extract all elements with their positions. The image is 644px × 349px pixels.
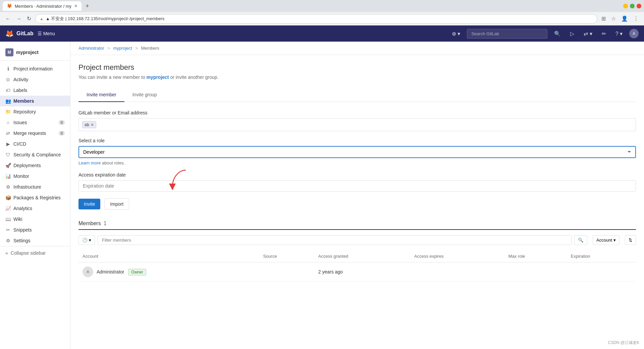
sidebar-item-packages[interactable]: 📦 Packages & Registries: [0, 192, 70, 203]
member-row: A Administrator Owner: [83, 266, 255, 277]
subtitle-prefix: You can invite a new member to: [78, 74, 147, 80]
tab-invite-group[interactable]: Invite group: [124, 88, 165, 102]
merge-requests-nav-icon[interactable]: ⇄ ▾: [581, 29, 595, 38]
search-input[interactable]: [467, 29, 547, 39]
member-email-label: GitLab member or Email address: [78, 110, 636, 115]
sort-order-icon: ⇅: [629, 238, 632, 243]
sidebar-item-analytics[interactable]: 📈 Analytics: [0, 203, 70, 214]
sidebar-label-packages: Packages & Registries: [13, 195, 61, 200]
sidebar-item-settings[interactable]: ⚙ Settings: [0, 235, 70, 246]
close-btn[interactable]: [637, 4, 641, 8]
col-expiration: Expiration: [567, 250, 636, 262]
merge-requests-badge: 0: [59, 131, 65, 136]
sidebar-label-monitor: Monitor: [13, 173, 29, 179]
bookmark-icon[interactable]: ☆: [610, 15, 617, 22]
sidebar-item-project-info[interactable]: ℹ Project information: [0, 63, 70, 74]
learn-more-link[interactable]: Learn more: [78, 160, 101, 165]
forward-btn[interactable]: →: [15, 14, 23, 23]
member-source-cell: [259, 262, 314, 282]
sidebar-item-monitor[interactable]: 📊 Monitor: [0, 171, 70, 182]
create-btn[interactable]: ⊕ ▾: [449, 29, 463, 38]
filter-search-btn[interactable]: 🔍: [574, 235, 587, 245]
hamburger-icon: ☰: [38, 31, 42, 36]
breadcrumb-admin[interactable]: Administrator: [78, 46, 104, 51]
user-avatar[interactable]: A: [629, 29, 639, 38]
role-select[interactable]: Guest Reporter Developer Maintainer Owne…: [78, 146, 636, 158]
sidebar-label-snippets: Snippets: [13, 227, 32, 233]
back-btn[interactable]: ←: [4, 14, 12, 23]
sidebar-item-members[interactable]: 👥 Members: [0, 96, 70, 106]
more-icon[interactable]: ⋮: [632, 15, 640, 22]
browser-tab[interactable]: 🦊 Members · Administrator / my ✕: [3, 1, 82, 11]
history-filter-btn[interactable]: 🕐 ▾: [78, 235, 95, 245]
member-access-granted-cell: 2 years ago: [314, 262, 410, 282]
members-title: Members: [78, 220, 101, 227]
sidebar-item-security[interactable]: 🛡 Security & Compliance: [0, 149, 70, 160]
analytics-icon: 📈: [5, 206, 11, 211]
import-btn[interactable]: Import: [104, 198, 129, 210]
col-access-expires: Access expires: [410, 250, 504, 262]
history-icon: 🕐: [82, 238, 88, 243]
member-input[interactable]: sb ✕: [78, 118, 636, 131]
invite-btn[interactable]: Invite: [78, 199, 100, 209]
profile-icon[interactable]: 👤: [620, 15, 629, 22]
new-tab-btn[interactable]: +: [84, 3, 91, 10]
member-account-cell: A Administrator Owner: [78, 262, 259, 282]
sidebar-item-wiki[interactable]: 📖 Wiki: [0, 214, 70, 225]
members-header: Members 1: [78, 220, 636, 230]
members-section: Members 1 🕐 ▾ 🔍 Account ▾ ⇅: [78, 220, 636, 282]
sidebar-item-snippets[interactable]: ✂ Snippets: [0, 225, 70, 235]
sidebar-project[interactable]: M myproject: [0, 44, 70, 61]
tag-text: sb: [85, 122, 89, 127]
help-icon[interactable]: ? ▾: [613, 29, 625, 38]
sidebar-label-activity: Activity: [13, 77, 28, 82]
member-name-group: Administrator Owner: [97, 269, 146, 275]
gitlab-logo[interactable]: 🦊 GitLab: [5, 30, 34, 38]
sidebar-item-repository[interactable]: 📁 Repository: [0, 106, 70, 117]
issues-badge: 0: [59, 120, 65, 125]
about-roles-text: about roles.: [101, 160, 125, 165]
maximize-btn[interactable]: [630, 4, 635, 8]
sidebar-item-deployments[interactable]: 🚀 Deployments: [0, 160, 70, 171]
members-filter-row: 🕐 ▾ 🔍 Account ▾ ⇅: [78, 235, 636, 245]
reload-btn[interactable]: ↻: [25, 14, 33, 23]
expiration-date-input[interactable]: [78, 180, 636, 192]
role-label: Select a role: [78, 138, 636, 143]
collapse-icon: «: [5, 250, 8, 256]
roles-info: Learn more about roles.: [78, 160, 636, 165]
sidebar-item-issues[interactable]: ○ Issues 0: [0, 117, 70, 128]
tag-remove-btn[interactable]: ✕: [91, 122, 94, 127]
wiki-icon: 📖: [5, 216, 11, 222]
sidebar-item-infrastructure[interactable]: ⚙ Infrastructure: [0, 182, 70, 192]
monitor-icon: 📊: [5, 173, 11, 179]
tab-invite-member[interactable]: Invite member: [78, 88, 124, 102]
sort-order-btn[interactable]: ⇅: [625, 235, 636, 245]
subtitle-project: myproject: [147, 74, 169, 80]
sidebar-item-labels[interactable]: 🏷 Labels: [0, 85, 70, 96]
packages-icon: 📦: [5, 195, 11, 200]
breadcrumb-project[interactable]: myproject: [113, 46, 132, 51]
settings-icon: ⚙: [5, 238, 11, 243]
breadcrumb-current: Members: [141, 46, 159, 51]
sort-account-btn[interactable]: Account ▾: [593, 235, 620, 245]
filter-members-input[interactable]: [98, 235, 572, 245]
collapse-sidebar-btn[interactable]: « Collapse sidebar: [0, 246, 70, 260]
code-review-icon[interactable]: ▷: [568, 29, 577, 38]
collapse-label: Collapse sidebar: [11, 250, 46, 256]
address-bar[interactable]: ▲ ▲ 不安全 | 192.168.72.135/root/myproject/…: [35, 14, 597, 23]
sidebar-label-infrastructure: Infrastructure: [13, 184, 41, 190]
edit-icon[interactable]: ✏: [599, 29, 609, 38]
form-actions: Invite Import: [78, 198, 636, 210]
sidebar-item-activity[interactable]: ⊙ Activity: [0, 74, 70, 85]
tab-close-btn[interactable]: ✕: [74, 4, 77, 8]
sidebar-label-issues: Issues: [13, 120, 27, 125]
project-info-icon: ℹ: [5, 66, 11, 71]
sidebar-item-cicd[interactable]: ▶ CI/CD: [0, 139, 70, 149]
translate-icon[interactable]: ⊞: [600, 15, 607, 22]
sidebar-item-merge-requests[interactable]: ⇄ Merge requests 0: [0, 128, 70, 139]
search-btn[interactable]: 🔍: [551, 29, 564, 38]
col-source: Source: [259, 250, 314, 262]
menu-btn[interactable]: ☰ Menu: [38, 31, 55, 36]
sidebar-label-members: Members: [13, 98, 34, 104]
minimize-btn[interactable]: [623, 4, 628, 8]
